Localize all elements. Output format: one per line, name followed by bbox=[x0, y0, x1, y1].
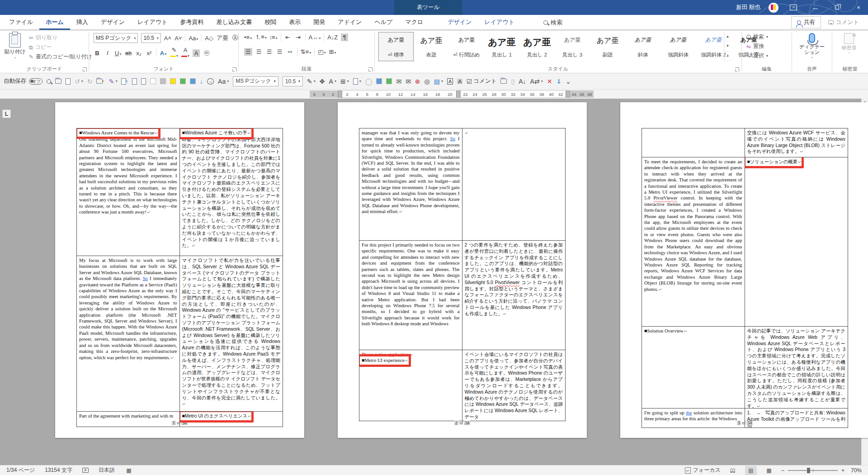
numbering-icon[interactable]: ⒈≡▾ bbox=[255, 33, 267, 41]
open-folder-icon[interactable] bbox=[55, 79, 61, 84]
styles-more-icon[interactable]: ⇟ bbox=[724, 52, 731, 61]
style-行間詰め[interactable]: あア亜⏎ 行間詰め bbox=[449, 32, 484, 61]
tab-デザイン-3[interactable]: デザイン bbox=[94, 15, 131, 30]
swatch-gray[interactable] bbox=[160, 78, 166, 84]
word-count[interactable]: 13154 文字 bbox=[45, 466, 72, 474]
tab-挿入-2[interactable]: 挿入 bbox=[70, 15, 94, 30]
zoom-slider-thumb[interactable] bbox=[807, 468, 810, 473]
font-dialog-launcher[interactable] bbox=[232, 67, 236, 71]
style-見出し 1[interactable]: あア亜見出し 1 bbox=[484, 32, 519, 61]
table-cell-right[interactable]: ↵ bbox=[462, 128, 566, 240]
table-cell-right[interactable]: イベント会場にいるマイクロソフトの社員はこのアプリを使って、参加者が自分のデバイ… bbox=[462, 350, 566, 421]
edit-doc-icon[interactable]: ✎ bbox=[121, 78, 128, 85]
superscript-icon[interactable]: x² bbox=[146, 50, 153, 57]
zoom-search-icon[interactable] bbox=[47, 79, 51, 84]
style-副題[interactable]: あア亜副題 bbox=[590, 32, 625, 61]
table-column-marker[interactable] bbox=[456, 90, 461, 98]
redo-icon[interactable]: ↻ bbox=[87, 78, 93, 85]
font-dialog-icon[interactable]: A▾ bbox=[329, 78, 336, 85]
underline-icon[interactable]: U▾ bbox=[114, 50, 122, 57]
char-shading-icon[interactable]: A bbox=[193, 49, 200, 57]
font-color-icon[interactable]: A▾ bbox=[181, 48, 189, 58]
document-page-2[interactable]: manager was that I was only going to dev… bbox=[338, 102, 587, 438]
style-標準[interactable]: あア亜⏎ 標準 bbox=[378, 32, 414, 61]
bullets-icon[interactable]: •≡▾ bbox=[244, 34, 252, 41]
proofing-errors-icon[interactable]: ✗ bbox=[82, 468, 89, 473]
tab-参考資料-5[interactable]: 参考資料 bbox=[174, 15, 210, 30]
table-cell-left[interactable] bbox=[642, 128, 745, 157]
language-indicator[interactable]: 日本語 bbox=[99, 466, 115, 474]
tab-差し込み文書-6[interactable]: 差し込み文書 bbox=[210, 15, 259, 30]
style-見出し 2[interactable]: あア亜見出し 2 bbox=[519, 32, 555, 61]
style-斜体[interactable]: あア亜斜体 bbox=[625, 32, 660, 61]
tab-校閲-7[interactable]: 校閲 bbox=[258, 15, 283, 30]
distribute-icon[interactable]: ⇿ bbox=[287, 48, 294, 55]
comment-checkbox-icon[interactable]: ☑コメント bbox=[467, 77, 497, 85]
ribbon-display-options-button[interactable]: ˄ bbox=[787, 0, 800, 15]
tab-デザイン-13[interactable]: デザイン bbox=[441, 15, 478, 30]
swatch-blue[interactable] bbox=[190, 78, 196, 84]
table-grid-icon[interactable]: ⊞▾ bbox=[340, 78, 349, 85]
open-folder-2-icon[interactable] bbox=[500, 79, 507, 84]
styles-gallery-scroll[interactable]: ▲ ▼ ⇟ bbox=[724, 32, 731, 61]
table-cell-left[interactable]: Phone native applications.■Metro UI expe… bbox=[359, 350, 462, 421]
tab-開発-9[interactable]: 開発 bbox=[307, 15, 331, 30]
paste-clipboard-icon[interactable]: ▯ bbox=[511, 78, 514, 85]
char-spacing-icon[interactable]: A⇄▾ bbox=[530, 78, 543, 85]
table-cell-right[interactable]: ■ソリューションの概要↵ bbox=[745, 157, 848, 326]
target-icon[interactable]: ◎ bbox=[425, 78, 430, 85]
table-column-marker[interactable] bbox=[566, 90, 570, 98]
font-name-combo[interactable]: MS Pゴシック▾ bbox=[94, 33, 138, 43]
page-indicator[interactable]: 1/34 ページ bbox=[6, 466, 35, 474]
asian-layout-icon[interactable]: A↔▾ bbox=[309, 34, 321, 41]
pan-hand-icon[interactable]: ✥ bbox=[320, 78, 325, 85]
signature-pen-icon[interactable]: ✎▾ bbox=[109, 78, 118, 85]
sensitivity-button[interactable]: 秘密度⌄ bbox=[837, 31, 861, 54]
table-cell-right[interactable]: マイクロソフトで私が力を注いでいる仕事は、SQL Server と Window… bbox=[180, 256, 283, 411]
table-cell-right[interactable]: ■Windows Azure こそ救いの手↵昨春、マイクロソフトの米国中部大西洋… bbox=[180, 128, 283, 256]
boxed-a-icon[interactable]: A bbox=[447, 78, 453, 85]
swatch-blue-2[interactable] bbox=[376, 78, 382, 84]
borders-icon[interactable]: ⊞▾ bbox=[329, 48, 336, 55]
enclose-char-icon[interactable]: Ⓐ bbox=[231, 34, 239, 42]
paragraph-dialog-launcher[interactable] bbox=[368, 67, 373, 71]
dictation-button[interactable]: ディクテーション⌄ bbox=[798, 31, 826, 59]
find-button[interactable]: 検索▾ bbox=[746, 33, 768, 41]
font-size-combo[interactable]: 10.5▾ bbox=[141, 33, 160, 43]
align-center-icon[interactable]: ☰ bbox=[255, 48, 263, 55]
shading-icon[interactable]: ◰▾ bbox=[318, 48, 326, 55]
doc-properties-icon[interactable]: ▤▾ bbox=[434, 78, 443, 85]
swatch-green[interactable] bbox=[180, 78, 186, 84]
web-layout-button[interactable]: ▦ bbox=[763, 466, 775, 475]
tab-マクロ-12[interactable]: マクロ bbox=[399, 15, 429, 30]
sort-az-icon[interactable]: A↓ bbox=[519, 78, 526, 85]
restore-button[interactable] bbox=[830, 0, 844, 15]
font-name-combo[interactable]: MS Pゴシック▾ bbox=[233, 76, 278, 86]
minimize-button[interactable] bbox=[808, 0, 822, 15]
pin-column-icon[interactable]: ⇓ bbox=[556, 78, 561, 85]
table-cell-right[interactable]: 今回の記事では、ソリューション アーキテクチャを Windows Azure W… bbox=[745, 327, 848, 408]
focus-mode-button[interactable]: ⌐フォーカス bbox=[685, 466, 721, 474]
shrink-font-icon[interactable]: A˅ bbox=[175, 35, 182, 42]
zoom-out-icon[interactable]: − bbox=[781, 467, 784, 474]
cancel-icon[interactable]: ⊗ bbox=[415, 78, 420, 85]
goto-icon[interactable]: → bbox=[207, 78, 214, 85]
swatch-green-2[interactable] bbox=[386, 78, 392, 84]
swatch-yellow[interactable] bbox=[170, 78, 176, 84]
change-case-icon[interactable]: Aa▾ bbox=[218, 78, 229, 85]
line-spacing-icon[interactable]: ⇅≡▾ bbox=[301, 48, 311, 55]
styles-scroll-down-icon[interactable]: ▼ bbox=[724, 42, 731, 51]
table-cell-left[interactable]: manager was that I was only going to dev… bbox=[359, 128, 462, 240]
copy-button[interactable]: ⧉コピー bbox=[29, 43, 92, 51]
horizontal-ruler[interactable]: 6422468101214161820222426283032343638404… bbox=[310, 90, 594, 98]
share-button[interactable]: 共有 bbox=[791, 16, 821, 28]
tab-レイアウト-14[interactable]: レイアウト bbox=[478, 15, 521, 30]
search-box[interactable]: 検索 bbox=[537, 15, 569, 30]
tab-アドイン-10[interactable]: アドイン bbox=[331, 15, 368, 30]
multilevel-list-icon[interactable]: ⁝≡▾ bbox=[270, 34, 278, 41]
mail-copy-icon[interactable]: ✉ bbox=[406, 78, 411, 85]
swatch-white[interactable] bbox=[150, 78, 156, 84]
italic-icon[interactable]: I bbox=[104, 49, 111, 57]
table-cell-right[interactable]: 交換には Windows Azure WCF サービス、会場でのイベント写真の格… bbox=[745, 128, 848, 157]
tab-ヘルプ-11[interactable]: ヘルプ bbox=[368, 15, 399, 30]
